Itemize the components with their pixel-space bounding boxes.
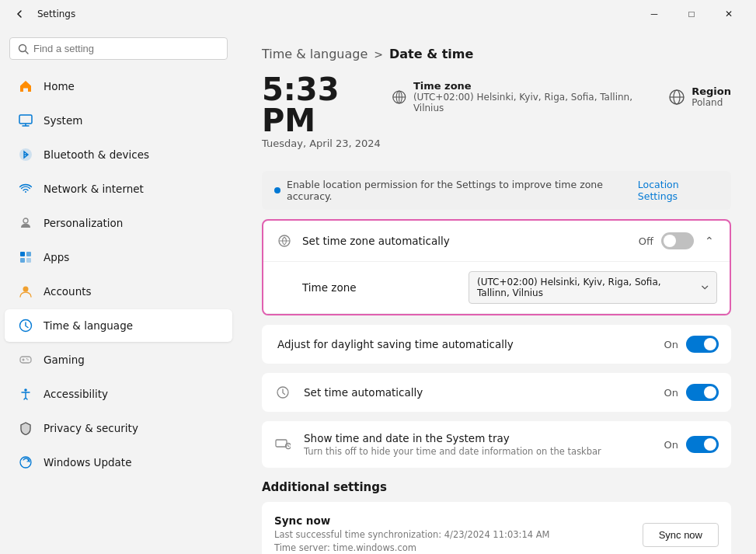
sidebar-item-label-gaming: Gaming xyxy=(44,354,85,366)
accounts-icon xyxy=(17,283,34,300)
show-tray-right: On xyxy=(664,436,719,453)
network-icon xyxy=(17,180,34,197)
sidebar-item-update[interactable]: Windows Update xyxy=(5,446,232,479)
set-time-auto-row: Set time automatically On xyxy=(262,373,731,412)
window-controls: ─ □ ✕ xyxy=(636,3,747,25)
page-title: Date & time xyxy=(389,47,473,61)
sidebar-item-label-update: Windows Update xyxy=(44,456,131,469)
svg-point-16 xyxy=(27,359,29,361)
set-timezone-content: Set time zone automatically xyxy=(302,235,629,247)
set-time-auto-title: Set time automatically xyxy=(304,386,655,399)
set-time-auto-toggle[interactable] xyxy=(686,384,719,401)
timezone-dropdown-value: (UTC+02:00) Helsinki, Kyiv, Riga, Sofia,… xyxy=(477,277,696,298)
minimize-button[interactable]: ─ xyxy=(636,3,672,25)
set-timezone-row: Set time zone automatically Off ⌃ xyxy=(263,221,730,262)
close-button[interactable]: ✕ xyxy=(711,3,747,25)
maximize-button[interactable]: □ xyxy=(674,3,709,25)
sidebar-item-privacy[interactable]: Privacy & security xyxy=(5,412,232,444)
breadcrumb: Time & language > Date & time xyxy=(262,47,731,61)
set-timezone-right: Off ⌃ xyxy=(639,232,717,250)
privacy-icon xyxy=(17,420,34,437)
additional-settings-title: Additional settings xyxy=(262,480,731,494)
sidebar-item-label-apps: Apps xyxy=(44,251,69,263)
gaming-icon xyxy=(17,351,34,368)
sync-info: Sync now Last successful time synchroniz… xyxy=(274,514,549,554)
time-icon xyxy=(17,317,34,334)
sidebar-item-apps[interactable]: Apps xyxy=(5,241,232,274)
timezone-label: Time zone xyxy=(413,80,637,92)
home-icon xyxy=(17,78,34,95)
daylight-card: Adjust for daylight saving time automati… xyxy=(262,325,731,364)
dropdown-chevron-icon xyxy=(701,283,709,292)
sidebar-item-home[interactable]: Home xyxy=(5,70,232,103)
sidebar-item-personalization[interactable]: Personalization xyxy=(5,207,232,239)
search-icon xyxy=(18,44,29,54)
toggle-thumb-tray xyxy=(704,438,716,451)
set-timezone-state: Off xyxy=(639,235,653,247)
show-tray-card: Show time and date in the System tray Tu… xyxy=(262,421,731,468)
sidebar-item-gaming[interactable]: Gaming xyxy=(5,343,232,376)
daylight-right: On xyxy=(664,336,719,353)
sidebar-item-accessibility[interactable]: Accessibility xyxy=(5,378,232,410)
daylight-toggle[interactable] xyxy=(686,336,719,353)
sidebar-item-label-network: Network & internet xyxy=(44,183,144,195)
search-box[interactable] xyxy=(9,37,228,60)
svg-line-1 xyxy=(26,51,29,54)
title-bar: Settings ─ □ ✕ xyxy=(0,0,756,28)
sync-card: Sync now Last successful time synchroniz… xyxy=(262,502,731,554)
sidebar-item-label-privacy: Privacy & security xyxy=(44,422,138,434)
svg-point-6 xyxy=(23,218,28,223)
sync-sub2: Time server: time.windows.com xyxy=(274,542,549,554)
show-tray-state: On xyxy=(664,439,678,451)
location-settings-link[interactable]: Location Settings xyxy=(638,179,719,202)
timezone-row-label: Time zone xyxy=(302,281,459,294)
set-timezone-card: Set time zone automatically Off ⌃ Time z… xyxy=(262,219,731,315)
sidebar-item-time[interactable]: Time & language xyxy=(5,309,232,342)
set-time-auto-content: Set time automatically xyxy=(304,386,655,399)
back-button[interactable] xyxy=(9,3,31,25)
show-tray-row: Show time and date in the System tray Tu… xyxy=(262,421,731,468)
tray-clock-icon xyxy=(274,436,291,453)
sidebar: Home System Bluetooth & devices xyxy=(0,28,237,554)
set-timezone-chevron[interactable]: ⌃ xyxy=(702,232,717,250)
show-tray-toggle[interactable] xyxy=(686,436,719,453)
sync-title: Sync now xyxy=(274,514,549,527)
sidebar-item-label-accounts: Accounts xyxy=(44,285,92,298)
sidebar-item-label-home: Home xyxy=(44,80,75,92)
main-content: Time & language > Date & time 5:33 PM Tu… xyxy=(237,28,756,554)
sidebar-item-bluetooth[interactable]: Bluetooth & devices xyxy=(5,138,232,171)
update-icon xyxy=(17,454,34,471)
timezone-globe-icon xyxy=(392,89,407,106)
toggle-thumb-daylight xyxy=(704,338,716,350)
toggle-thumb xyxy=(664,235,676,247)
sidebar-item-system[interactable]: System xyxy=(5,104,232,137)
app-body: Home System Bluetooth & devices xyxy=(0,28,756,554)
svg-rect-9 xyxy=(20,258,25,263)
set-timezone-toggle[interactable] xyxy=(661,232,694,249)
sync-button[interactable]: Sync now xyxy=(643,523,719,547)
show-tray-subtitle: Turn this off to hide your time and date… xyxy=(304,446,655,457)
region-value: Poland xyxy=(692,97,731,108)
svg-rect-2 xyxy=(19,115,32,124)
accessibility-icon xyxy=(17,385,34,402)
svg-rect-13 xyxy=(20,357,31,363)
apps-icon xyxy=(17,249,34,266)
sidebar-item-accounts[interactable]: Accounts xyxy=(5,275,232,308)
show-tray-content: Show time and date in the System tray Tu… xyxy=(304,432,655,457)
breadcrumb-parent[interactable]: Time & language xyxy=(262,47,368,61)
daylight-content: Adjust for daylight saving time automati… xyxy=(274,338,655,350)
clock-icon xyxy=(274,384,291,401)
sidebar-item-network[interactable]: Network & internet xyxy=(5,172,232,205)
svg-rect-7 xyxy=(20,252,25,256)
set-timezone-title: Set time zone automatically xyxy=(302,235,629,247)
svg-point-17 xyxy=(26,358,28,360)
timezone-dropdown[interactable]: (UTC+02:00) Helsinki, Kyiv, Riga, Sofia,… xyxy=(469,271,717,304)
timezone-icon xyxy=(276,232,293,249)
sidebar-item-label-bluetooth: Bluetooth & devices xyxy=(44,148,149,161)
info-dot xyxy=(274,187,280,193)
system-icon xyxy=(17,112,34,129)
timezone-value: (UTC+02:00) Helsinki, Kyiv, Riga, Sofia,… xyxy=(413,92,637,113)
toggle-thumb-time-auto xyxy=(704,386,716,399)
search-input[interactable] xyxy=(33,43,219,54)
svg-rect-8 xyxy=(26,252,31,256)
